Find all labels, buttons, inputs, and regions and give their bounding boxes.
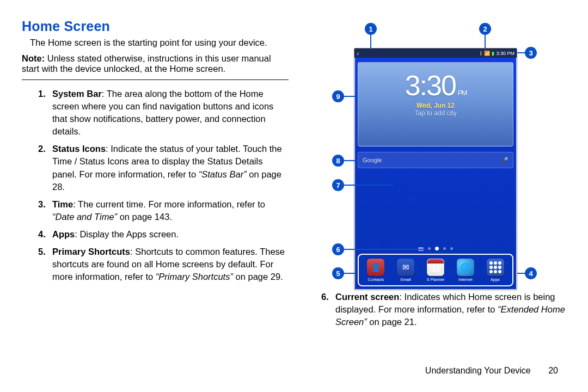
list-item: 5. Primary Shortcuts: Shortcuts to commo… — [38, 246, 289, 283]
callout-line — [344, 185, 393, 186]
list-item: 3. Time: The current time. For more info… — [38, 198, 289, 223]
google-search-widget[interactable]: Google 🎤 — [358, 152, 513, 168]
chapter-title: Understanding Your Device — [425, 366, 531, 375]
page-number: 20 — [548, 366, 558, 375]
note-body: Unless stated otherwise, instructions in… — [22, 53, 271, 74]
apps-grid-icon — [487, 259, 504, 276]
intro-paragraph: The Home screen is the starting point fo… — [30, 38, 289, 48]
callout-9: 9 — [332, 90, 344, 102]
item-ref: “Primary Shortcuts” — [156, 272, 233, 281]
item-number: 3. — [38, 198, 52, 223]
app-apps[interactable]: Apps — [485, 259, 506, 282]
callout-5: 5 — [332, 267, 344, 279]
callout-line — [344, 160, 356, 161]
list-item: 2. Status Icons: Indicate the status of … — [38, 143, 289, 193]
item-lead: System Bar — [52, 89, 102, 99]
list-item: 6. Current screen: Indicates which Home … — [321, 291, 566, 328]
item-after: on page 21. — [367, 317, 417, 327]
callout-6: 6 — [332, 243, 344, 255]
definition-list-right: 6. Current screen: Indicates which Home … — [321, 291, 566, 328]
wifi-icon: 📶 — [484, 51, 490, 56]
note-label: Note: — [22, 53, 45, 63]
app-label: Contacts — [365, 277, 387, 282]
callout-line — [485, 35, 486, 50]
app-label: Email — [395, 277, 416, 282]
device-figure: 1 2 3 4 9 8 7 6 5 ♪ ᛒ — [305, 19, 566, 291]
item-number: 2. — [38, 143, 52, 193]
callout-4: 4 — [525, 267, 537, 279]
item-ref: “Date and Time” — [52, 212, 117, 222]
app-label: Internet — [455, 277, 476, 282]
battery-icon: ▮ — [492, 51, 494, 56]
contacts-icon: 👤 — [367, 259, 384, 276]
app-splanner[interactable]: 31 S Planner — [425, 259, 446, 282]
app-label: Apps — [485, 277, 506, 282]
email-icon: ✉ — [397, 259, 414, 276]
callout-3: 3 — [525, 47, 537, 59]
callout-7: 7 — [332, 179, 344, 191]
clock-time: 3:30 — [405, 69, 456, 102]
clock-widget: 3:30 PM Wed, Jun 12 Tap to add city — [358, 62, 513, 146]
item-lead: Apps — [52, 229, 75, 239]
item-lead: Current screen — [335, 292, 399, 302]
item-lead: Primary Shortcuts — [52, 247, 130, 256]
mic-icon[interactable]: 🎤 — [501, 157, 509, 164]
notification-icon: ♪ — [357, 51, 359, 56]
item-text: : Display the Apps screen. — [75, 229, 179, 239]
callout-2: 2 — [479, 23, 491, 35]
clock-ampm: PM — [458, 89, 467, 97]
app-contacts[interactable]: 👤 Contacts — [365, 259, 387, 282]
clock-date: Wed, Jun 12 — [358, 102, 513, 109]
list-item: 1. System Bar: The area along the bottom… — [38, 88, 289, 138]
page-dot-active — [435, 247, 439, 250]
item-lead: Time — [52, 199, 73, 209]
clock-tap-hint: Tap to add city — [358, 109, 513, 117]
status-time: 3:30 PM — [496, 51, 514, 56]
item-number: 4. — [38, 228, 52, 241]
search-placeholder: Google — [363, 157, 382, 163]
calendar-icon: 31 — [427, 259, 444, 276]
device-screenshot: ♪ ᛒ 📶 ▮ 3:30 PM 3:30 PM Wed, Jun 12 Tap … — [354, 48, 517, 290]
callout-line — [344, 96, 356, 97]
callout-line — [344, 249, 426, 250]
item-after: on page 29. — [233, 272, 283, 281]
primary-shortcuts-dock: 👤 Contacts ✉ Email 31 S Planner 🌐 Intern… — [358, 254, 513, 286]
list-item: 4. Apps: Display the Apps screen. — [38, 228, 289, 241]
page-dot — [443, 247, 446, 250]
callout-line — [344, 273, 356, 274]
item-number: 5. — [38, 246, 52, 283]
callout-line — [370, 35, 371, 50]
item-number: 1. — [38, 88, 52, 138]
status-bar: ♪ ᛒ 📶 ▮ 3:30 PM — [354, 48, 517, 58]
item-ref: “Status Bar” — [199, 169, 247, 179]
item-text: : The current time. For more information… — [73, 199, 265, 209]
item-number: 6. — [321, 291, 335, 328]
page-footer: Understanding Your Device 20 — [425, 366, 558, 376]
note-paragraph: Note: Unless stated otherwise, instructi… — [22, 53, 289, 74]
app-label: S Planner — [425, 277, 446, 282]
bluetooth-icon: ᛒ — [480, 51, 482, 56]
definition-list: 1. System Bar: The area along the bottom… — [38, 88, 289, 283]
section-heading: Home Screen — [22, 19, 289, 34]
item-after: on page 143. — [117, 212, 172, 222]
page-dot — [428, 247, 431, 250]
globe-icon: 🌐 — [457, 259, 474, 276]
app-internet[interactable]: 🌐 Internet — [455, 259, 476, 282]
divider — [22, 79, 289, 80]
callout-8: 8 — [332, 155, 344, 167]
page-dot — [450, 247, 453, 250]
item-lead: Status Icons — [52, 144, 106, 154]
app-email[interactable]: ✉ Email — [395, 259, 416, 282]
callout-1: 1 — [365, 23, 377, 35]
